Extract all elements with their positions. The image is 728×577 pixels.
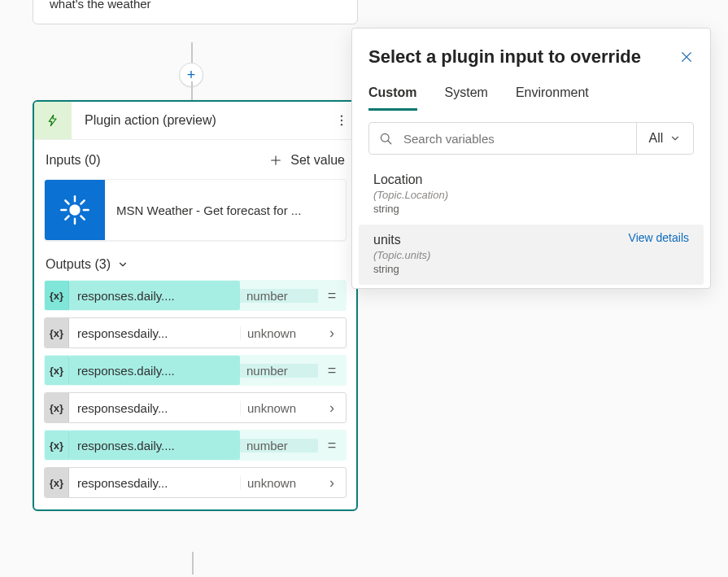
search-icon (369, 131, 402, 146)
output-row[interactable]: {x}responsesdaily...unknown› (44, 467, 347, 498)
variable-list: Location(Topic.Location)stringunits(Topi… (368, 164, 694, 285)
close-icon[interactable] (679, 50, 694, 64)
connector-line (191, 42, 193, 64)
equals-icon: = (318, 437, 346, 454)
plugin-action-icon (34, 102, 72, 139)
scope-label: All (649, 131, 664, 146)
output-row[interactable]: {x}responsesdaily...unknown› (44, 392, 347, 423)
tab-environment[interactable]: Environment (516, 85, 589, 111)
set-value-label: Set value (290, 153, 345, 168)
plugin-card-title: Plugin action (preview) (72, 102, 327, 139)
variable-chip-icon: {x} (45, 431, 69, 460)
plus-icon (269, 154, 282, 167)
view-details-link[interactable]: View details (629, 231, 689, 244)
variable-chip-icon: {x} (45, 393, 69, 422)
output-type: number (240, 364, 318, 378)
variable-type: string (373, 203, 689, 215)
outputs-label: Outputs (3) (46, 257, 111, 272)
variable-chip-icon: {x} (45, 468, 69, 497)
output-row[interactable]: {x}responses.daily....number= (44, 430, 347, 461)
variable-chip-icon: {x} (45, 281, 69, 310)
tab-system[interactable]: System (445, 85, 488, 111)
svg-line-8 (65, 200, 68, 203)
chevron-down-icon (669, 133, 681, 144)
trigger-card[interactable]: get weather what's the weather (33, 0, 358, 24)
scope-dropdown[interactable]: All (636, 123, 693, 154)
chevron-down-icon (117, 259, 129, 270)
panel-tabs: Custom System Environment (368, 85, 694, 111)
output-type: unknown (240, 326, 318, 340)
output-variable-name: responsesdaily... (69, 401, 240, 415)
connector-line (192, 552, 194, 575)
bolt-icon (46, 112, 59, 129)
variable-name: Location (373, 173, 689, 187)
variable-chip-icon: {x} (45, 318, 69, 348)
chevron-right-icon: › (318, 400, 346, 417)
svg-line-11 (65, 216, 68, 220)
variable-picker-panel: Select a plugin input to override Custom… (351, 28, 711, 289)
svg-point-0 (341, 116, 342, 117)
search-input[interactable] (402, 131, 636, 146)
chevron-right-icon: › (318, 325, 346, 342)
svg-line-9 (81, 216, 85, 220)
variable-item[interactable]: units(Topic.units)stringView details (359, 225, 704, 285)
variable-type: string (373, 263, 689, 275)
svg-point-2 (341, 124, 342, 125)
inputs-label: Inputs (0) (46, 153, 101, 168)
variable-path: (Topic.units) (373, 249, 689, 261)
output-variable-name: responses.daily.... (69, 281, 240, 310)
svg-point-1 (341, 120, 342, 121)
output-row[interactable]: {x}responses.daily....number= (44, 355, 347, 386)
trigger-line: what's the weather (50, 0, 341, 11)
outputs-toggle[interactable]: Outputs (3) (34, 254, 356, 280)
msn-weather-icon (45, 180, 105, 240)
equals-icon: = (318, 287, 346, 304)
output-type: unknown (240, 476, 318, 490)
panel-title: Select a plugin input to override (368, 46, 641, 68)
output-variable-name: responsesdaily... (69, 326, 240, 340)
search-field[interactable]: All (368, 122, 694, 155)
set-value-button[interactable]: Set value (269, 153, 345, 168)
chevron-right-icon: › (318, 474, 346, 492)
output-type: number (240, 289, 318, 303)
connector-label: MSN Weather - Get forecast for ... (105, 203, 346, 217)
plugin-card-header: Plugin action (preview) (34, 102, 356, 140)
output-variable-name: responses.daily.... (69, 356, 240, 385)
svg-line-13 (388, 141, 391, 144)
output-row[interactable]: {x}responses.daily....number= (44, 280, 347, 311)
variable-item[interactable]: Location(Topic.Location)string (368, 164, 694, 225)
svg-point-3 (69, 204, 80, 215)
plus-icon: + (187, 68, 196, 82)
tab-custom[interactable]: Custom (368, 85, 417, 111)
output-variable-name: responses.daily.... (69, 431, 240, 460)
output-variable-name: responsesdaily... (69, 476, 240, 490)
panel-header: Select a plugin input to override (368, 46, 694, 68)
outputs-list: {x}responses.daily....number={x}response… (34, 280, 356, 509)
output-type: unknown (240, 401, 318, 415)
plugin-action-card[interactable]: Plugin action (preview) Inputs (0) Set v… (33, 100, 358, 511)
variable-path: (Topic.Location) (373, 189, 689, 201)
output-row[interactable]: {x}responsesdaily...unknown› (44, 317, 347, 348)
variable-chip-icon: {x} (45, 356, 69, 385)
connector-card[interactable]: MSN Weather - Get forecast for ... (44, 179, 347, 241)
output-type: number (240, 439, 318, 452)
equals-icon: = (318, 362, 346, 379)
kebab-icon (334, 113, 349, 128)
svg-line-10 (81, 200, 85, 203)
inputs-row: Inputs (0) Set value (34, 140, 356, 179)
